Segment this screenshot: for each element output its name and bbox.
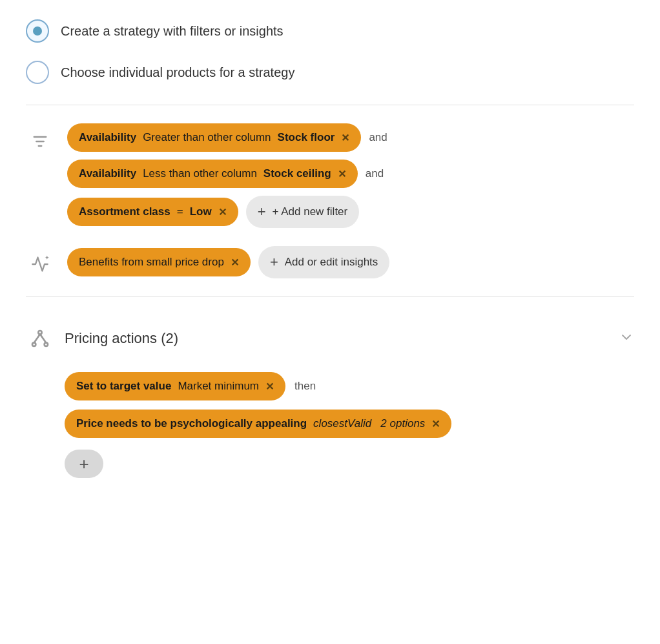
insights-section: ✦ Benefits from small price drop ✕ + Add…: [26, 246, 634, 278]
pricing-section: Pricing actions (2) Set to target value …: [26, 315, 634, 488]
filter-chip-row-2: Availability Less than other column Stoc…: [67, 160, 634, 188]
filter-chip-3-remove[interactable]: ✕: [218, 206, 227, 218]
filter-chip-2-light: Less than other column: [143, 167, 257, 180]
radio-circle-filters[interactable]: [26, 19, 49, 43]
pricing-header-left: Pricing actions (2): [26, 324, 178, 353]
insights-chips-area: Benefits from small price drop ✕ + Add o…: [67, 246, 634, 278]
pricing-action-row-1: Set to target value Market minimum ✕ the…: [65, 372, 634, 400]
filter-chip-availability-stock-floor[interactable]: Availability Greater than other column S…: [67, 123, 361, 152]
svg-text:✦: ✦: [45, 255, 49, 261]
add-insights-label: Add or edit insights: [285, 256, 378, 269]
pricing-then-label: then: [294, 380, 316, 393]
filter-chip-row-1: Availability Greater than other column S…: [67, 123, 634, 152]
divider-bottom: [26, 296, 634, 297]
radio-option-products[interactable]: Choose individual products for a strateg…: [26, 61, 634, 84]
divider-top: [26, 105, 634, 105]
filter-and-2: and: [366, 167, 384, 180]
svg-line-8: [40, 334, 46, 342]
insights-chip-row: Benefits from small price drop ✕ + Add o…: [67, 246, 634, 278]
filter-chip-3-light: =: [177, 205, 183, 218]
filter-chip-1-light: Greater than other column: [143, 131, 271, 144]
insight-chip-small-price-drop[interactable]: Benefits from small price drop ✕: [67, 248, 251, 276]
add-pricing-action-icon: +: [79, 454, 88, 474]
filter-chip-assortment-class[interactable]: Assortment class = Low ✕: [67, 198, 238, 226]
filter-chip-availability-stock-ceiling[interactable]: Availability Less than other column Stoc…: [67, 160, 358, 188]
filter-and-1: and: [369, 131, 387, 144]
pricing-chips-area: Set to target value Market minimum ✕ the…: [26, 362, 634, 488]
svg-line-7: [34, 334, 40, 342]
insight-chip-remove[interactable]: ✕: [231, 256, 239, 269]
pricing-collapse-button[interactable]: [619, 329, 634, 348]
insight-chip-label: Benefits from small price drop: [79, 256, 224, 269]
pricing-title: Pricing actions (2): [65, 330, 178, 347]
pricing-chip-1-remove[interactable]: ✕: [265, 380, 274, 393]
pricing-chip-set-target-value[interactable]: Set to target value Market minimum ✕: [65, 372, 285, 400]
filter-chip-2-remove[interactable]: ✕: [338, 168, 346, 180]
pricing-action-row-2: Price needs to be psychologically appeal…: [65, 410, 634, 438]
pricing-icon: [26, 324, 54, 353]
filter-chip-1-remove[interactable]: ✕: [341, 132, 349, 144]
radio-label-products: Choose individual products for a strateg…: [61, 65, 294, 80]
radio-circle-products[interactable]: [26, 61, 49, 84]
pricing-header: Pricing actions (2): [26, 315, 634, 362]
pricing-chip-2-light: closestValid 2 options: [313, 417, 425, 430]
add-filter-plus-icon: +: [258, 203, 266, 220]
pricing-chip-psychologically-appealing[interactable]: Price needs to be psychologically appeal…: [65, 410, 451, 438]
insights-icon: ✦: [26, 250, 54, 278]
add-filter-label: + Add new filter: [273, 205, 348, 218]
add-insights-plus-icon: +: [270, 254, 278, 271]
filter-chip-2-bold: Availability: [79, 167, 136, 180]
radio-label-filters: Create a strategy with filters or insigh…: [61, 24, 284, 39]
filter-chip-row-3: Assortment class = Low ✕ + + Add new fil…: [67, 196, 634, 228]
filter-chip-2-bold2: Stock ceiling: [263, 167, 331, 180]
filter-chips-area: Availability Greater than other column S…: [67, 123, 634, 228]
filter-chip-3-bold: Assortment class: [79, 205, 170, 218]
filter-chip-3-bold2: Low: [190, 205, 212, 218]
filter-icon: [26, 127, 54, 156]
pricing-chip-1-light: Market minimum: [178, 380, 259, 393]
pricing-chip-2-remove[interactable]: ✕: [431, 418, 440, 430]
add-edit-insights-button[interactable]: + Add or edit insights: [258, 246, 389, 278]
strategy-type-selection: Create a strategy with filters or insigh…: [26, 19, 634, 84]
pricing-chip-1-bold: Set to target value: [76, 380, 171, 393]
filter-chip-1-bold: Availability: [79, 131, 136, 144]
radio-option-filters[interactable]: Create a strategy with filters or insigh…: [26, 19, 634, 43]
filter-chip-1-bold2: Stock floor: [278, 131, 335, 144]
filters-section: Availability Greater than other column S…: [26, 123, 634, 228]
add-filter-button[interactable]: + + Add new filter: [246, 196, 360, 228]
add-pricing-action-button[interactable]: +: [65, 450, 103, 478]
pricing-chip-2-bold: Price needs to be psychologically appeal…: [76, 417, 307, 430]
